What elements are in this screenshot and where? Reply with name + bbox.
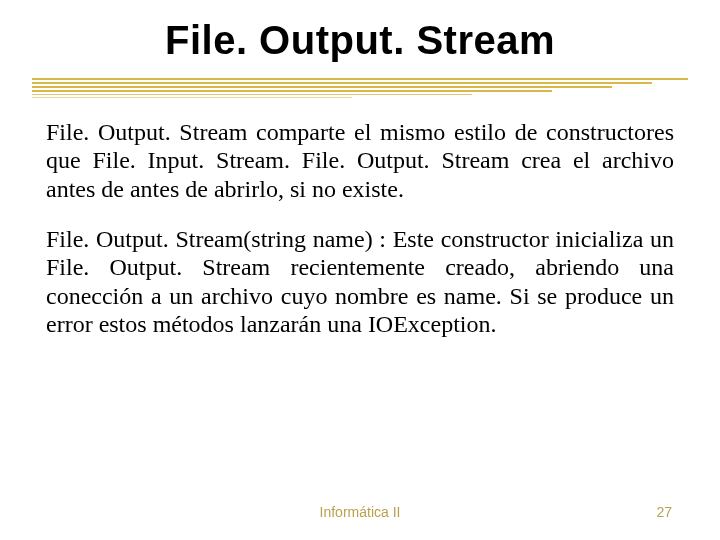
underline-stripe: [32, 82, 652, 84]
title-block: File. Output. Stream: [0, 18, 720, 63]
slide: File. Output. Stream File. Output. Strea…: [0, 0, 720, 540]
footer-page-number: 27: [656, 504, 672, 520]
underline-stripe: [32, 90, 552, 92]
paragraph-2: File. Output. Stream(string name) : Este…: [46, 225, 674, 338]
underline-stripe: [32, 78, 688, 80]
paragraph-1: File. Output. Stream comparte el mismo e…: [46, 118, 674, 203]
footer-course: Informática II: [0, 504, 720, 520]
underline-stripe: [32, 94, 472, 95]
title-underline: [32, 78, 688, 100]
underline-stripe: [32, 86, 612, 88]
slide-title: File. Output. Stream: [0, 18, 720, 63]
body-text: File. Output. Stream comparte el mismo e…: [46, 118, 674, 360]
underline-stripe: [32, 97, 352, 98]
